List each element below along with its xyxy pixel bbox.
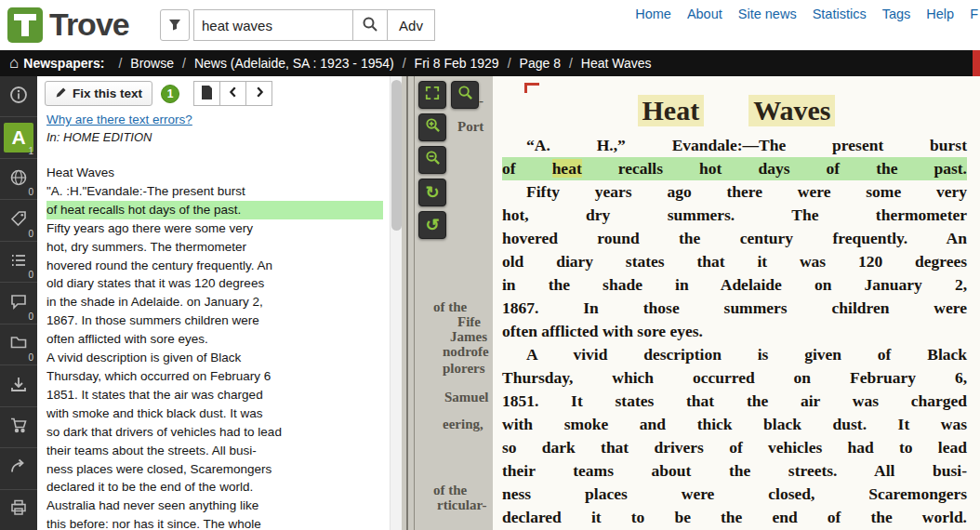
article-sidebar: A 1 0 0 0 0 0 bbox=[0, 76, 37, 530]
fix-this-text-button[interactable]: Fix this text bbox=[45, 81, 152, 106]
page-nav-group bbox=[194, 81, 272, 106]
breadcrumb-issue-date[interactable]: Fri 8 Feb 1929 bbox=[415, 56, 499, 71]
sidebar-item-globe[interactable]: 0 bbox=[0, 159, 37, 200]
breadcrumb-browse[interactable]: Browse bbox=[130, 56, 174, 71]
scan-line: their teams about the streets. All busi- bbox=[502, 459, 967, 483]
funnel-icon bbox=[167, 17, 182, 34]
page-fragment: of the bbox=[433, 483, 467, 498]
text-panel-scrollbar[interactable] bbox=[390, 76, 402, 530]
view-page-button[interactable] bbox=[193, 81, 220, 106]
ocr-line: hovered round the century frequently. An bbox=[46, 257, 383, 275]
rotate-ccw-button[interactable]: ↺ bbox=[418, 211, 446, 239]
nav-home[interactable]: Home bbox=[635, 7, 671, 21]
print-icon bbox=[9, 498, 28, 521]
breadcrumb-separator: / bbox=[118, 56, 122, 71]
ocr-line: this before: nor has it since. The whole bbox=[46, 515, 383, 530]
scan-line: so dark that drivers of vehicles had to … bbox=[502, 436, 967, 459]
search-term-highlight: heat bbox=[552, 159, 582, 178]
ocr-line: with smoke and thick black dust. It was bbox=[46, 404, 383, 423]
page-fragment: of the bbox=[433, 299, 467, 315]
zoom-area-button[interactable] bbox=[451, 81, 479, 109]
column-rule bbox=[406, 76, 408, 530]
ocr-line: 1851. It states that the air was charged bbox=[46, 386, 383, 404]
ocr-line: so dark that drivers of vehicles had to … bbox=[46, 423, 383, 442]
nav-help[interactable]: Help bbox=[926, 7, 954, 21]
folder-icon bbox=[9, 333, 28, 355]
globe-icon bbox=[9, 168, 28, 191]
sidebar-item-collections[interactable]: 0 bbox=[0, 325, 37, 365]
sidebar-item-download[interactable] bbox=[0, 365, 37, 406]
scan-line-search-hit: of heat recalls hot days of the past. bbox=[502, 157, 967, 180]
nav-clipped[interactable]: F bbox=[970, 7, 978, 21]
page-fragment: nodrofe bbox=[443, 344, 489, 360]
advanced-search-button[interactable]: Adv bbox=[387, 9, 435, 41]
sidebar-item-tags[interactable]: 0 bbox=[0, 200, 37, 241]
document-icon bbox=[201, 86, 213, 102]
trove-page: Trove Adv Home About Site news Statistic… bbox=[0, 0, 980, 530]
sidebar-item-info[interactable] bbox=[0, 76, 37, 117]
sidebar-item-text-corrections[interactable]: A 1 bbox=[0, 117, 37, 158]
nav-tags[interactable]: Tags bbox=[882, 7, 911, 21]
sidebar-item-buy[interactable] bbox=[0, 407, 37, 448]
sidebar-item-comments[interactable]: 0 bbox=[0, 283, 37, 324]
scan-line: often afflicted with sore eyes. bbox=[502, 320, 967, 343]
zoom-out-icon bbox=[425, 150, 441, 170]
cart-icon bbox=[9, 416, 28, 438]
nav-about[interactable]: About bbox=[687, 7, 722, 21]
scan-line: hot, dry summers. The thermometer bbox=[502, 204, 967, 227]
scan-line: A vivid description is given of Black bbox=[502, 343, 967, 366]
share-icon bbox=[9, 457, 28, 480]
collections-count: 0 bbox=[28, 352, 33, 363]
newspaper-image-viewer[interactable]: Heat Waves “A. H.,” Evandale:—The presen… bbox=[493, 76, 980, 530]
text-errors-link[interactable]: Why are there text errors? bbox=[46, 113, 192, 126]
search-input[interactable] bbox=[193, 9, 353, 41]
rotate-cw-button[interactable]: ↻ bbox=[418, 179, 446, 206]
breadcrumb-page[interactable]: Page 8 bbox=[520, 56, 561, 71]
filter-button[interactable] bbox=[160, 9, 190, 41]
search-icon bbox=[362, 16, 378, 35]
edition-line: In: HOME EDITION bbox=[46, 130, 152, 144]
viewer-zoom-controls: ↻ ↺ bbox=[418, 81, 483, 248]
scan-line: “A. H.,” Evandale:—The present burst bbox=[502, 134, 967, 157]
scan-line: old diary states that it was 120 degrees bbox=[502, 250, 967, 273]
sidebar-item-share[interactable] bbox=[0, 448, 37, 489]
ocr-line: declared it to be the end of the world. bbox=[46, 478, 383, 497]
ocr-line-highlighted: of heat recalls hot days of the past. bbox=[46, 201, 383, 219]
scan-line: declared it to be the end of the world. bbox=[502, 506, 967, 529]
ocr-line: Thursday, which occurred on February 6 bbox=[46, 367, 383, 386]
ocr-line: Australia had never seen anything like bbox=[46, 497, 383, 515]
nav-statistics[interactable]: Statistics bbox=[813, 7, 867, 21]
trove-logo[interactable]: Trove bbox=[7, 7, 129, 43]
breadcrumb-red-accent bbox=[973, 50, 980, 76]
scan-line: 1851. It states that the air was charged bbox=[502, 390, 967, 413]
download-icon bbox=[9, 375, 28, 397]
page-fragment: eering, bbox=[443, 417, 483, 432]
home-icon[interactable]: ⌂ bbox=[9, 54, 19, 73]
sidebar-item-print[interactable] bbox=[0, 490, 37, 530]
breadcrumb-root[interactable]: Newspapers: bbox=[23, 56, 104, 71]
ocr-line: in the shade in Adelaide. on January 2, bbox=[46, 293, 383, 311]
scan-line: with smoke and thick black dust. It was bbox=[502, 413, 967, 436]
scrollbar-thumb[interactable] bbox=[391, 80, 402, 231]
next-article-button[interactable] bbox=[245, 81, 272, 106]
hit-after: recalls hot days of the past. bbox=[582, 159, 967, 178]
article-bounds-marker bbox=[524, 83, 539, 93]
nav-site-news[interactable]: Site news bbox=[738, 7, 797, 21]
fix-this-text-label: Fix this text bbox=[73, 86, 142, 100]
sidebar-item-lists[interactable]: 0 bbox=[0, 242, 37, 283]
top-nav: Home About Site news Statistics Tags Hel… bbox=[635, 7, 978, 21]
headline-word: Waves bbox=[748, 95, 835, 126]
fit-screen-icon bbox=[425, 86, 440, 105]
chevron-left-icon bbox=[227, 86, 240, 101]
ocr-line: A vivid description is given of Black bbox=[46, 349, 383, 367]
fit-screen-button[interactable] bbox=[418, 81, 446, 109]
previous-article-button[interactable] bbox=[219, 81, 246, 106]
breadcrumb-article[interactable]: Heat Waves bbox=[581, 56, 652, 71]
breadcrumb: ⌂ Newspapers: / Browse / News (Adelaide,… bbox=[0, 50, 980, 76]
zoom-in-button[interactable] bbox=[418, 113, 446, 141]
zoom-out-button[interactable] bbox=[418, 146, 446, 174]
breadcrumb-title[interactable]: News (Adelaide, SA : 1923 - 1954) bbox=[194, 56, 394, 71]
scan-line: Thursday, which occurred on February 6, bbox=[502, 366, 967, 390]
search-button[interactable] bbox=[352, 9, 388, 41]
ocr-line: their teams about the streets. All busi- bbox=[46, 442, 383, 460]
